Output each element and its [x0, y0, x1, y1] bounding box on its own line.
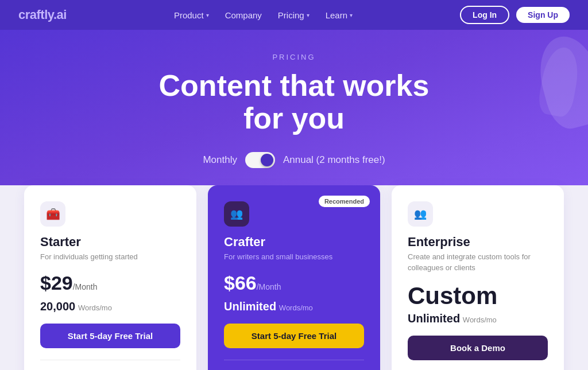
pricing-cards-row: 🧰 Starter For individuals getting starte… [23, 185, 565, 370]
enterprise-icon: 👥 [408, 201, 548, 227]
navbar: craftly.ai Product ▾ Company Pricing ▾ L… [0, 0, 588, 30]
starter-plan-name: Starter [40, 235, 180, 250]
crafter-plan-name: Crafter [224, 235, 364, 250]
enterprise-words-unit: Words/mo [463, 316, 497, 324]
chevron-down-icon: ▾ [307, 12, 310, 18]
login-button[interactable]: Log In [460, 6, 509, 24]
nav-company[interactable]: Company [225, 10, 262, 20]
chevron-down-icon: ▾ [206, 12, 209, 18]
starter-words-line: 20,000 Words/mo [40, 300, 180, 313]
monthly-label: Monthly [203, 154, 237, 166]
brand-name: craftly [18, 7, 53, 22]
brand-suffix: .ai [53, 7, 67, 22]
nav-learn[interactable]: Learn ▾ [326, 10, 353, 20]
enterprise-card: 👥 Enterprise Create and integrate custom… [392, 185, 564, 370]
starter-plan-desc: For individuals getting started [40, 252, 180, 262]
starter-price-line: $29/Month [40, 272, 180, 294]
crafter-plan-desc: For writers and small businesses [224, 252, 364, 262]
nav-product[interactable]: Product ▾ [174, 10, 209, 20]
crafter-words-count: Unlimited [224, 300, 276, 313]
starter-divider [40, 360, 180, 360]
billing-toggle-switch[interactable] [245, 152, 275, 168]
enterprise-icon-circle: 👥 [408, 201, 433, 227]
crafter-price-per: /Month [257, 282, 281, 291]
starter-price-per: /Month [73, 282, 98, 291]
starter-price-amount: $29 [40, 272, 73, 294]
enterprise-words-line: Unlimited Words/mo [408, 312, 548, 325]
enterprise-price-amount: Custom [408, 282, 548, 310]
nav-actions: Log In Sign Up [460, 6, 570, 24]
pricing-cards-section: 🧰 Starter For individuals getting starte… [0, 185, 588, 370]
starter-card: 🧰 Starter For individuals getting starte… [24, 185, 196, 370]
toggle-thumb [261, 154, 273, 166]
crafter-card: Recomended 👥 Crafter For writers and sma… [208, 185, 380, 370]
starter-words-count: 20,000 [40, 300, 75, 313]
brand-logo[interactable]: craftly.ai [18, 7, 67, 22]
starter-icon-circle: 🧰 [40, 201, 65, 227]
starter-icon: 🧰 [40, 201, 180, 227]
crafter-price-line: $66/Month [224, 272, 364, 294]
chevron-down-icon: ▾ [350, 12, 353, 18]
recommended-badge: Recomended [319, 196, 370, 207]
crafter-divider [224, 360, 364, 360]
crafter-words-line: Unlimited Words/mo [224, 300, 364, 313]
starter-cta-button[interactable]: Start 5-day Free Trial [40, 324, 180, 348]
nav-pricing[interactable]: Pricing ▾ [278, 10, 310, 20]
starter-words-unit: Words/mo [78, 303, 112, 312]
crafter-cta-button[interactable]: Start 5-day Free Trial [224, 324, 364, 348]
enterprise-words-count: Unlimited [408, 312, 460, 325]
enterprise-cta-button[interactable]: Book a Demo [408, 336, 548, 360]
enterprise-plan-name: Enterprise [408, 235, 548, 250]
annual-label: Annual (2 months free!) [283, 154, 385, 166]
section-label: PRICING [0, 53, 588, 61]
enterprise-plan-desc: Create and integrate custom tools for co… [408, 252, 548, 272]
billing-toggle: Monthly Annual (2 months free!) [0, 152, 588, 168]
nav-links: Product ▾ Company Pricing ▾ Learn ▾ [174, 10, 353, 20]
crafter-price-amount: $66 [224, 272, 257, 294]
crafter-words-unit: Words/mo [279, 303, 313, 312]
crafter-icon-circle: 👥 [224, 201, 249, 227]
hero-title: Content that works for you [0, 69, 588, 135]
signup-button[interactable]: Sign Up [516, 7, 570, 23]
